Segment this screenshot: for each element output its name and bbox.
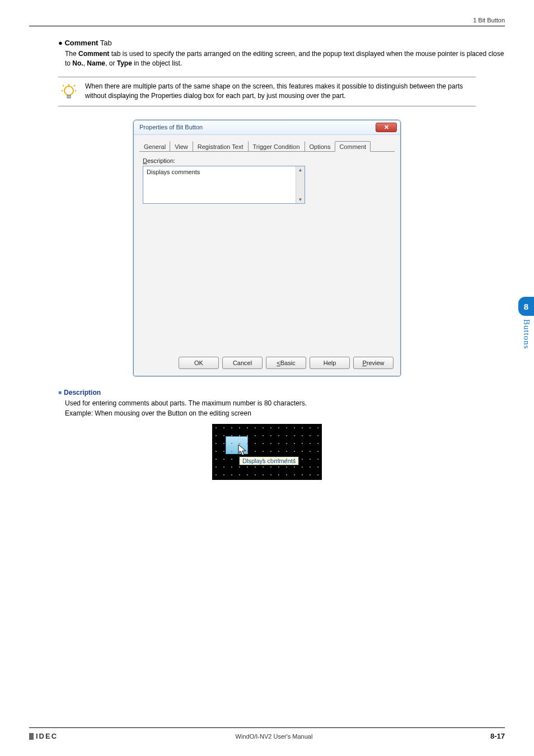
description-textarea[interactable]: Displays comments ▲ ▼ [143,166,305,204]
textarea-scrollbar[interactable]: ▲ ▼ [296,166,305,203]
tab-general[interactable]: General [139,141,170,151]
description-heading-text: Description [64,389,101,396]
help-button[interactable]: Help [310,357,350,369]
preview-hotkey: P [362,360,366,366]
side-chapter-tab: 8 Buttons [518,297,534,349]
footer-brand: IDEC [29,732,58,740]
heading-suffix: Tab [98,39,111,47]
brand-text: IDEC [36,732,58,740]
footer-page: 8-17 [490,732,505,740]
description-body: Used for entering comments about parts. … [65,398,505,418]
preview-rest: review [367,360,385,366]
tab-trigger-condition[interactable]: Trigger Condition [248,141,305,151]
intro-sep2: , or [105,59,117,67]
tab-registration-text[interactable]: Registration Text [193,141,249,151]
chapter-label: Buttons [522,319,531,349]
lightbulb-icon [60,82,77,101]
dialog-title: Properties of Bit Button [139,124,203,130]
scroll-down-icon[interactable]: ▼ [298,197,303,202]
description-label: Description: [143,157,391,164]
close-button[interactable]: ✕ [376,123,397,132]
page-header-section: 1 Bit Button [29,17,505,26]
heading-bold: Comment [64,39,98,47]
ok-button[interactable]: OK [179,357,219,369]
cancel-button[interactable]: Cancel [222,357,263,369]
label-hotkey: D [143,157,147,164]
example-tooltip: Displays comments [239,456,299,465]
intro-bold-no: No. [72,59,83,67]
basic-button[interactable]: < Basic [266,357,306,369]
footer-center: WindO/I-NV2 User's Manual [236,733,313,740]
dialog-tabs: General View Registration Text Trigger C… [139,139,395,152]
dialog-footer: OK Cancel < Basic Help Preview [134,357,400,369]
description-value: Displays comments [143,166,296,203]
intro-paragraph: The Comment tab is used to specify the p… [65,49,505,69]
intro-text: The [65,50,78,58]
editing-screen-example: Displays comments [212,424,322,480]
bullet-icon: ● [58,39,63,47]
intro-bold-comment: Comment [78,50,109,58]
svg-point-0 [64,86,73,95]
tab-comment[interactable]: Comment [335,141,371,152]
svg-line-5 [63,85,64,86]
svg-line-6 [74,85,75,86]
tab-options[interactable]: Options [305,141,336,151]
tip-text: When there are multiple parts of the sam… [85,82,474,101]
basic-rest: Basic [280,360,296,366]
intro-tail: in the object list. [132,59,182,67]
tip-block: When there are multiple parts of the sam… [58,77,476,106]
preview-button[interactable]: Preview [353,357,394,369]
brand-block-icon [29,733,34,740]
intro-bold-name: Name [87,59,105,67]
chapter-number: 8 [518,297,534,316]
page-footer: IDEC WindO/I-NV2 User's Manual 8-17 [29,727,505,740]
dialog-titlebar: Properties of Bit Button ✕ [134,120,400,135]
intro-bold-type: Type [117,59,132,67]
square-bullet-icon: ■ [58,389,62,395]
tab-view[interactable]: View [170,141,193,151]
svg-rect-1 [67,95,71,98]
properties-dialog: Properties of Bit Button ✕ General View … [133,120,401,376]
description-line2: Example: When mousing over the Button on… [65,408,505,418]
description-line1: Used for entering comments about parts. … [65,398,505,408]
label-rest: escription: [147,157,175,164]
comment-tab-heading: ● Comment Tab [58,39,505,47]
scroll-up-icon[interactable]: ▲ [298,167,303,172]
description-heading: ■Description [58,389,505,396]
